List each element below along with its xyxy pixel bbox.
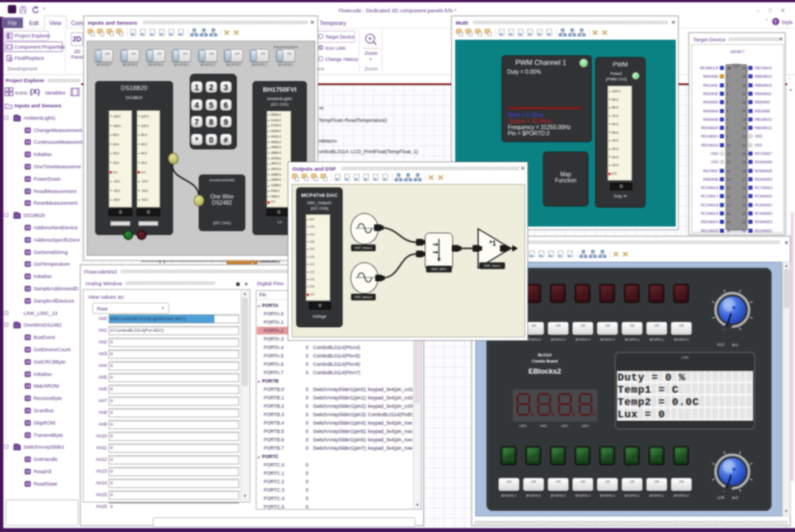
svg-text:*1: *1: [489, 239, 496, 247]
